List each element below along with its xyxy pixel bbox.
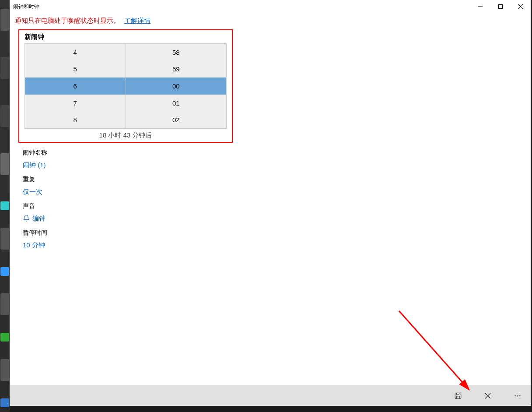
hour-option[interactable]: 8 bbox=[25, 111, 126, 128]
desktop-icon[interactable] bbox=[0, 153, 9, 175]
snooze-section: 暂停时间 10 分钟 bbox=[10, 223, 531, 250]
bottom-toolbar bbox=[10, 385, 531, 406]
sound-section: 声音 编钟 bbox=[10, 196, 531, 223]
svg-point-7 bbox=[517, 395, 518, 396]
time-remaining: 18 小时 43 分钟后 bbox=[19, 129, 232, 140]
snooze-label: 暂停时间 bbox=[23, 229, 525, 237]
learn-more-link[interactable]: 了解详情 bbox=[124, 17, 150, 25]
hour-option[interactable]: 5 bbox=[25, 61, 126, 78]
notice-text: 通知只在电脑处于唤醒状态时显示。 bbox=[15, 17, 120, 25]
hour-option-selected[interactable]: 6 bbox=[25, 77, 126, 95]
desktop-icon[interactable] bbox=[0, 359, 9, 381]
time-picker[interactable]: 4 5 6 7 8 58 59 00 01 02 bbox=[24, 43, 227, 129]
desktop-icon[interactable] bbox=[0, 105, 9, 127]
desktop-icon[interactable] bbox=[0, 201, 9, 210]
desktop-icon[interactable] bbox=[0, 333, 9, 342]
hour-option[interactable]: 4 bbox=[25, 44, 126, 61]
alarm-name-value[interactable]: 闹钟 (1) bbox=[23, 157, 525, 169]
notice-bar: 通知只在电脑处于唤醒状态时显示。 了解详情 bbox=[10, 13, 531, 29]
hour-picker[interactable]: 4 5 6 7 8 bbox=[25, 44, 126, 128]
new-alarm-title: 新闹钟 bbox=[19, 33, 232, 43]
minute-option[interactable]: 58 bbox=[126, 44, 227, 61]
close-button[interactable] bbox=[511, 0, 531, 13]
save-button[interactable] bbox=[449, 387, 467, 405]
repeat-section: 重复 仅一次 bbox=[10, 169, 531, 196]
window-title: 闹钟和时钟 bbox=[13, 3, 39, 11]
time-picker-highlight: 新闹钟 4 5 6 7 8 58 59 00 01 02 18 小时 43 分钟… bbox=[18, 29, 233, 143]
desktop-icon[interactable] bbox=[0, 228, 9, 250]
bell-icon bbox=[23, 215, 30, 223]
desktop-icons-sidebar bbox=[0, 0, 10, 412]
minute-picker[interactable]: 58 59 00 01 02 bbox=[126, 44, 227, 128]
svg-point-6 bbox=[515, 395, 516, 396]
desktop-icon[interactable] bbox=[0, 57, 9, 79]
snooze-value[interactable]: 10 分钟 bbox=[23, 237, 525, 250]
window-controls bbox=[470, 0, 531, 13]
sound-value[interactable]: 编钟 bbox=[23, 210, 525, 223]
svg-line-10 bbox=[399, 311, 469, 390]
svg-point-8 bbox=[519, 395, 520, 396]
minute-option[interactable]: 59 bbox=[126, 61, 227, 78]
minute-option-selected[interactable]: 00 bbox=[126, 77, 227, 95]
alarm-name-label: 闹钟名称 bbox=[23, 149, 525, 157]
repeat-value[interactable]: 仅一次 bbox=[23, 183, 525, 196]
alarm-name-section: 闹钟名称 闹钟 (1) bbox=[10, 143, 531, 169]
cancel-button[interactable] bbox=[479, 387, 497, 405]
more-button[interactable] bbox=[509, 387, 526, 405]
minimize-button[interactable] bbox=[470, 0, 490, 13]
sound-name: 编钟 bbox=[32, 215, 46, 223]
desktop-icon[interactable] bbox=[0, 293, 9, 315]
repeat-label: 重复 bbox=[23, 176, 525, 183]
minute-option[interactable]: 01 bbox=[126, 95, 227, 112]
titlebar[interactable]: 闹钟和时钟 bbox=[10, 0, 531, 13]
sound-label: 声音 bbox=[23, 202, 525, 210]
svg-rect-1 bbox=[499, 5, 503, 9]
minute-option[interactable]: 02 bbox=[126, 111, 227, 128]
desktop-icon[interactable] bbox=[0, 267, 9, 276]
desktop-icon[interactable] bbox=[0, 9, 9, 31]
hour-option[interactable]: 7 bbox=[25, 95, 126, 112]
alarm-clock-window: 闹钟和时钟 通知只在电脑处于唤醒状态时显示。 了解详情 新闹钟 4 5 6 7 … bbox=[10, 0, 531, 406]
maximize-button[interactable] bbox=[490, 0, 511, 13]
desktop-icon[interactable] bbox=[0, 398, 9, 407]
taskbar[interactable] bbox=[10, 406, 532, 412]
